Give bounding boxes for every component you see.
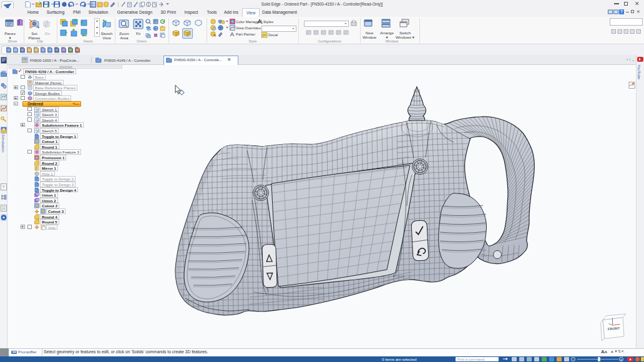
- svg-text:?: ?: [2, 185, 5, 189]
